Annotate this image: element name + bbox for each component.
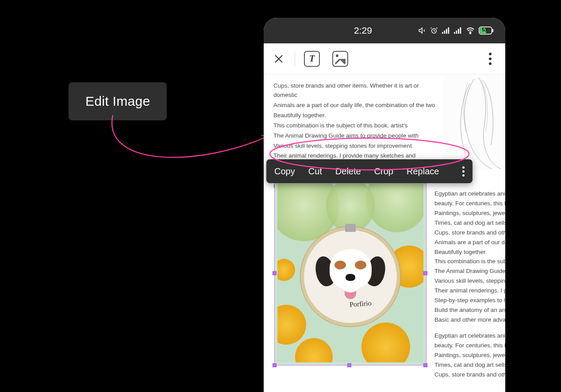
svg-rect-7 (458, 29, 459, 34)
selection-frame: Porfirio (274, 181, 427, 365)
resize-handle-bm[interactable] (347, 363, 351, 367)
status-bar: 2:29 53 (264, 18, 505, 43)
svg-point-9 (470, 33, 471, 34)
badge-label: Edit Image (85, 94, 150, 108)
svg-rect-2 (444, 31, 446, 34)
resize-handle-br[interactable] (423, 363, 427, 367)
selected-image[interactable]: Porfirio (277, 184, 423, 362)
alarm-icon (430, 27, 438, 35)
svg-rect-6 (456, 31, 457, 34)
more-options-button[interactable] (483, 52, 497, 66)
toolbar-divider (295, 51, 295, 66)
ctx-more-button[interactable] (462, 166, 465, 177)
signal-icon-1 (442, 27, 450, 34)
horse-sketch-image[interactable] (443, 74, 505, 169)
battery-pct: 53 (482, 27, 487, 32)
svg-rect-8 (460, 27, 461, 34)
ctx-delete[interactable]: Delete (335, 166, 361, 177)
resize-handle-mr[interactable] (423, 271, 427, 275)
mute-icon (418, 27, 426, 35)
svg-rect-3 (446, 29, 447, 34)
selected-image-wrapper[interactable]: Porfirio (271, 178, 427, 368)
svg-rect-13 (443, 74, 505, 169)
ctx-replace[interactable]: Replace (407, 166, 439, 177)
text-format-button[interactable]: T (304, 51, 320, 67)
status-time: 2:29 (264, 25, 418, 36)
phone-frame: 2:29 53 (264, 18, 505, 392)
ctx-crop[interactable]: Crop (374, 166, 393, 177)
close-button[interactable] (272, 52, 286, 66)
wifi-icon (466, 27, 475, 34)
image-insert-button[interactable] (332, 51, 348, 67)
resize-handle-ml[interactable] (273, 271, 277, 275)
status-icons: 53 (418, 27, 494, 35)
signal-icon-2 (454, 27, 462, 34)
svg-rect-1 (442, 32, 443, 34)
svg-rect-11 (492, 29, 493, 32)
image-context-menu: Copy Cut Delete Crop Replace (266, 159, 473, 183)
document-area[interactable]: Cups, store brands and other items. Whet… (264, 74, 505, 392)
right-paragraph: Egyptian art celebrates animal beauty. F… (434, 189, 505, 380)
editor-toolbar: T (264, 43, 505, 74)
battery-icon: 53 (479, 27, 494, 35)
ctx-cut[interactable]: Cut (308, 166, 322, 177)
annotation-arrow (88, 114, 274, 176)
svg-rect-5 (454, 32, 455, 34)
svg-rect-4 (448, 27, 450, 34)
edit-image-badge: Edit Image (69, 82, 167, 120)
resize-handle-bl[interactable] (273, 363, 277, 367)
signature-text: Porfirio (349, 298, 372, 311)
ctx-copy[interactable]: Copy (274, 166, 295, 177)
embroidery-hoop: Porfirio (304, 230, 397, 323)
